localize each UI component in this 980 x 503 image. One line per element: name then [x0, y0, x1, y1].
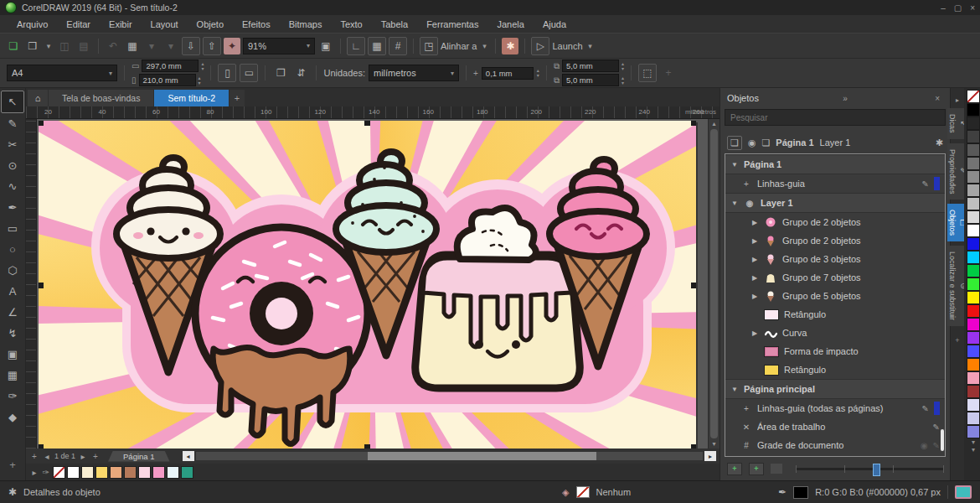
color-swatch[interactable] [967, 103, 980, 117]
expand-icon[interactable]: ▼ [730, 161, 739, 169]
mesh-fill-tool[interactable]: ▦ [2, 365, 23, 386]
tree-row-group[interactable]: ▶ Grupo de 2 objetos [725, 231, 945, 250]
crop-tool[interactable]: ✂ [2, 134, 23, 155]
color-swatch[interactable] [110, 466, 122, 479]
horizontal-scrollbar[interactable]: ◂ ▸ [183, 451, 716, 461]
new-layer-button[interactable]: + [727, 463, 742, 475]
nudge-field[interactable]: 0,1 mm [482, 67, 534, 80]
color-swatch[interactable] [967, 170, 980, 184]
collapse-icon[interactable]: ▶ [750, 274, 759, 282]
snap-to-flyout[interactable]: ▾ [479, 38, 489, 54]
no-color-swatch[interactable] [967, 90, 980, 103]
menu-ajuda[interactable]: Ajuda [534, 18, 575, 31]
collapse-icon[interactable]: ▶ [750, 256, 759, 263]
zoom-level-combo[interactable]: 91% ▾ [243, 38, 315, 54]
scroll-up-icon[interactable]: ▴ [712, 120, 715, 127]
height-stepper[interactable]: ▴▾ [199, 75, 201, 86]
color-swatch[interactable] [967, 143, 980, 157]
color-swatch[interactable] [138, 466, 151, 479]
menu-exibir[interactable]: Exibir [101, 18, 141, 31]
collapse-icon[interactable]: ▶ [750, 219, 759, 226]
tree-scrollbar-thumb[interactable] [941, 429, 944, 451]
thumbnail-size-slider[interactable] [796, 468, 943, 470]
new-document-icon[interactable]: ❏ [5, 38, 22, 54]
color-swatch[interactable] [167, 466, 179, 479]
color-swatch[interactable] [95, 466, 108, 479]
tree-row-group[interactable]: ▶ Grupo de 5 objetos [725, 287, 945, 305]
customize-toolbox-button[interactable]: + [2, 454, 23, 475]
save-icon[interactable]: ◫ [56, 38, 73, 54]
horizontal-scroll-thumb[interactable] [368, 452, 596, 460]
units-combo[interactable]: milímetros ▾ [369, 65, 459, 81]
pick-tool[interactable]: ↖ [1, 91, 24, 113]
docker-settings-gear-icon[interactable]: ✱ [936, 137, 943, 148]
menu-efeitos[interactable]: Efeitos [234, 18, 279, 31]
tree-row-rectangle[interactable]: Retângulo [725, 360, 945, 379]
menu-objeto[interactable]: Objeto [188, 18, 232, 31]
rectangle-tool[interactable]: ▭ [2, 218, 23, 239]
new-master-layer-button[interactable]: + [749, 463, 764, 475]
docker-expand-icon[interactable]: » [839, 94, 851, 103]
color-swatch[interactable] [967, 304, 980, 318]
launch-icon[interactable]: ▷ [531, 37, 549, 55]
menu-janela[interactable]: Janela [488, 18, 532, 31]
expand-icon[interactable]: ▼ [730, 386, 739, 393]
home-icon[interactable]: ⌂ [28, 90, 48, 106]
import-icon[interactable]: ⇩ [182, 37, 200, 55]
collapse-icon[interactable]: ▶ [750, 237, 759, 245]
open-flyout[interactable]: ▾ [44, 38, 54, 54]
nudge-stepper[interactable]: ▴▾ [537, 68, 539, 78]
full-screen-preview-icon[interactable]: ▣ [317, 38, 334, 54]
canvas-backdrop[interactable] [37, 119, 708, 449]
vertical-scroll-thumb[interactable] [710, 129, 718, 438]
tree-row-group[interactable]: ▶ Grupo de 2 objetos [725, 213, 945, 231]
color-swatch[interactable] [967, 291, 980, 304]
tree-row-document-grid[interactable]: # Grade de documento ◉ ✎ [725, 436, 945, 454]
color-swatch[interactable] [967, 157, 980, 170]
landscape-orientation-icon[interactable]: ▭ [240, 64, 258, 82]
propbar-add-icon[interactable]: + [660, 65, 677, 81]
dup-x-stepper[interactable]: ▴▾ [622, 61, 624, 71]
color-swatch[interactable] [967, 398, 980, 412]
snap-off-icon[interactable]: ◳ [420, 37, 438, 55]
color-swatch[interactable] [967, 318, 980, 331]
vertical-ruler[interactable] [26, 119, 37, 449]
tree-row-layer1[interactable]: ▼ ◉ Layer 1 [725, 193, 945, 213]
tab-current-document[interactable]: Sem título-2 [154, 90, 229, 106]
scroll-right-icon[interactable]: ▸ [704, 451, 716, 461]
color-swatch[interactable] [967, 184, 980, 197]
page-height-field[interactable]: 210,0 mm [139, 74, 196, 86]
open-icon[interactable]: ❒ [24, 38, 41, 54]
menu-layout[interactable]: Layout [142, 18, 187, 31]
color-swatch[interactable] [152, 466, 165, 479]
color-swatch[interactable] [181, 466, 193, 479]
new-tab-button[interactable]: + [230, 90, 245, 106]
show-grid-icon[interactable]: ▦ [368, 37, 386, 55]
menu-bitmaps[interactable]: Bitmaps [281, 18, 331, 31]
tree-row-group[interactable]: ▶ Grupo de 3 objetos [725, 250, 945, 268]
collapse-icon[interactable]: ▶ [750, 293, 759, 300]
collapse-dockers-icon[interactable]: ▸ [956, 96, 959, 104]
transparency-tool[interactable]: ▣ [2, 344, 23, 365]
new-layer-icon[interactable]: ❏ [727, 136, 742, 150]
eye-icon[interactable]: ◉ [921, 441, 928, 450]
menu-tabela[interactable]: Tabela [373, 18, 416, 31]
show-guidelines-icon[interactable]: # [389, 37, 407, 55]
page-tab[interactable]: Página 1 [108, 451, 170, 462]
ellipse-tool[interactable]: ○ [2, 239, 23, 260]
launch-label[interactable]: Launch [552, 41, 582, 51]
eye-icon[interactable]: ◉ [744, 199, 756, 208]
menu-editar[interactable]: Editar [58, 18, 99, 31]
color-swatch[interactable] [967, 197, 980, 210]
color-swatch[interactable] [967, 264, 980, 277]
color-swatch[interactable] [967, 345, 980, 358]
zoom-tool[interactable]: ⊙ [2, 155, 23, 176]
redo-flyout[interactable]: ▾ [162, 38, 179, 54]
freehand-tool[interactable]: ∿ [2, 176, 23, 197]
color-swatch[interactable] [81, 466, 94, 479]
print-icon[interactable]: ▤ [75, 38, 92, 54]
maximize-button[interactable]: ▢ [954, 3, 962, 13]
artistic-media-tool[interactable]: ✒ [2, 197, 23, 218]
collapse-icon[interactable]: ▶ [750, 329, 759, 337]
no-color-swatch[interactable] [53, 466, 65, 479]
